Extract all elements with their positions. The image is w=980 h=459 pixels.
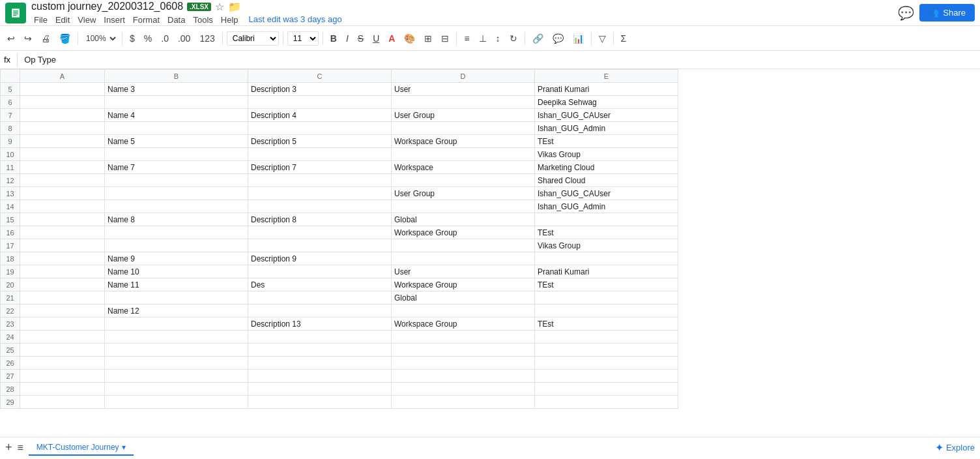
cell-27-D[interactable] — [392, 370, 535, 383]
cell-8-B[interactable] — [105, 122, 248, 135]
cell-5-D[interactable]: User — [392, 83, 535, 96]
cell-20-A[interactable] — [20, 278, 105, 291]
col-header-e[interactable]: E — [535, 70, 678, 83]
cell-18-A[interactable] — [20, 252, 105, 265]
cell-26-E[interactable] — [535, 357, 678, 370]
cell-23-D[interactable]: Workspace Group — [392, 318, 535, 331]
cell-10-D[interactable] — [392, 148, 535, 161]
add-sheet-button[interactable]: + — [5, 441, 12, 454]
cell-15-C[interactable]: Description 8 — [248, 213, 392, 226]
undo-button[interactable]: ↩ — [4, 31, 18, 46]
cell-13-E[interactable]: Ishan_GUG_CAUser — [535, 187, 678, 200]
cell-20-D[interactable]: Workspace Group — [392, 278, 535, 291]
menu-format[interactable]: Format — [130, 14, 162, 25]
cell-9-B[interactable]: Name 5 — [105, 135, 248, 148]
decimal-more-button[interactable]: .00 — [175, 31, 194, 46]
cell-19-A[interactable] — [20, 265, 105, 278]
cell-9-E[interactable]: TEst — [535, 135, 678, 148]
cell-7-D[interactable]: User Group — [392, 109, 535, 122]
cell-27-C[interactable] — [248, 370, 392, 383]
cell-5-C[interactable]: Description 3 — [248, 83, 392, 96]
cell-28-A[interactable] — [20, 383, 105, 396]
cell-28-D[interactable] — [392, 383, 535, 396]
cell-20-B[interactable]: Name 11 — [105, 278, 248, 291]
currency-button[interactable]: $ — [126, 31, 138, 46]
menu-edit[interactable]: Edit — [53, 14, 72, 25]
cell-18-C[interactable]: Description 9 — [248, 252, 392, 265]
cell-28-B[interactable] — [105, 383, 248, 396]
sheet-tab-arrow[interactable]: ▾ — [122, 443, 126, 452]
cell-7-B[interactable]: Name 4 — [105, 109, 248, 122]
wrap-button[interactable]: ↕ — [493, 31, 504, 46]
cell-29-E[interactable] — [535, 396, 678, 409]
cell-15-B[interactable]: Name 8 — [105, 213, 248, 226]
cell-24-C[interactable] — [248, 331, 392, 344]
cell-21-B[interactable] — [105, 291, 248, 304]
cell-18-E[interactable] — [535, 252, 678, 265]
cell-27-E[interactable] — [535, 370, 678, 383]
cell-5-E[interactable]: Pranati Kumari — [535, 83, 678, 96]
zoom-selector[interactable]: 100% — [82, 32, 118, 45]
cell-14-E[interactable]: Ishan_GUG_Admin — [535, 200, 678, 213]
cell-29-A[interactable] — [20, 396, 105, 409]
cell-25-C[interactable] — [248, 344, 392, 357]
sheet-scroll[interactable]: A B C D E 5Name 3Description 3UserPranat… — [0, 69, 980, 437]
menu-tools[interactable]: Tools — [190, 14, 215, 25]
percent-button[interactable]: % — [141, 31, 155, 46]
col-header-a[interactable]: A — [20, 70, 105, 83]
format-num-button[interactable]: 123 — [196, 31, 218, 46]
cell-10-E[interactable]: Vikas Group — [535, 148, 678, 161]
cell-8-A[interactable] — [20, 122, 105, 135]
filter-button[interactable]: ▽ — [596, 31, 609, 46]
cell-6-B[interactable] — [105, 96, 248, 109]
cell-11-C[interactable]: Description 7 — [248, 161, 392, 174]
redo-button[interactable]: ↪ — [21, 31, 35, 46]
cell-15-D[interactable]: Global — [392, 213, 535, 226]
cell-22-A[interactable] — [20, 304, 105, 318]
cell-11-B[interactable]: Name 7 — [105, 161, 248, 174]
cell-17-A[interactable] — [20, 239, 105, 252]
cell-17-C[interactable] — [248, 239, 392, 252]
cell-12-B[interactable] — [105, 174, 248, 187]
cell-12-E[interactable]: Shared Cloud — [535, 174, 678, 187]
cell-18-B[interactable]: Name 9 — [105, 252, 248, 265]
rotate-button[interactable]: ↻ — [506, 31, 521, 46]
star-icon[interactable]: ☆ — [215, 1, 224, 13]
cell-24-D[interactable] — [392, 331, 535, 344]
folder-icon[interactable]: 📁 — [228, 1, 241, 13]
menu-insert[interactable]: Insert — [101, 14, 128, 25]
cell-20-C[interactable]: Des — [248, 278, 392, 291]
cell-16-C[interactable] — [248, 226, 392, 239]
cell-22-C[interactable] — [248, 304, 392, 318]
text-color-button[interactable]: A — [385, 31, 398, 46]
col-header-b[interactable]: B — [105, 70, 248, 83]
col-header-c[interactable]: C — [248, 70, 392, 83]
align-v-button[interactable]: ⊥ — [476, 31, 490, 46]
cell-24-E[interactable] — [535, 331, 678, 344]
cell-8-E[interactable]: Ishan_GUG_Admin — [535, 122, 678, 135]
cell-25-E[interactable] — [535, 344, 678, 357]
underline-button[interactable]: U — [369, 31, 382, 46]
cell-27-B[interactable] — [105, 370, 248, 383]
italic-button[interactable]: I — [343, 31, 352, 46]
menu-view[interactable]: View — [75, 14, 98, 25]
explore-button[interactable]: ✦ Explore — [935, 441, 975, 454]
cell-15-E[interactable] — [535, 213, 678, 226]
cell-28-C[interactable] — [248, 383, 392, 396]
cell-14-A[interactable] — [20, 200, 105, 213]
strikethrough-button[interactable]: S — [354, 31, 367, 46]
cell-21-A[interactable] — [20, 291, 105, 304]
cell-6-C[interactable] — [248, 96, 392, 109]
cell-16-A[interactable] — [20, 226, 105, 239]
bold-button[interactable]: B — [327, 31, 340, 46]
cell-12-D[interactable] — [392, 174, 535, 187]
cell-21-E[interactable] — [535, 291, 678, 304]
fill-color-button[interactable]: 🎨 — [401, 31, 418, 46]
cell-9-A[interactable] — [20, 135, 105, 148]
comment-icon[interactable]: 💬 — [898, 5, 914, 21]
cell-23-A[interactable] — [20, 318, 105, 331]
comment-toolbar-button[interactable]: 💬 — [549, 31, 567, 46]
cell-22-B[interactable]: Name 12 — [105, 304, 248, 318]
menu-file[interactable]: File — [31, 14, 50, 25]
cell-16-D[interactable]: Workspace Group — [392, 226, 535, 239]
